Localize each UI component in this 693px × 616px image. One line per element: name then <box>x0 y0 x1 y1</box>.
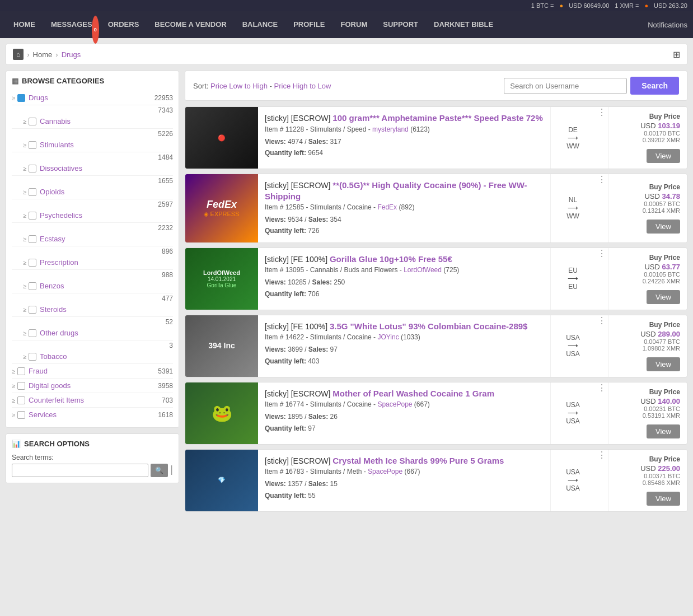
vendor-link-p5[interactable]: SpacePope <box>377 400 412 408</box>
product-title-p3[interactable]: [sticky] [FE 100%] Gorilla Glue 10g+10% … <box>265 254 544 265</box>
cat-checkbox-digital[interactable] <box>17 382 25 390</box>
product-price-p4: Buy Price USD 289.00 0.00477 BTC 1.09802… <box>608 315 687 377</box>
cat-label-otherdrugs: Other drugs <box>40 329 173 337</box>
cat-item-fraud[interactable]: ≥ Fraud 5391 <box>12 364 173 379</box>
cat-item-prescription[interactable]: ≥ Prescription <box>12 255 173 270</box>
ship-arrow-p1: ⟶ <box>568 134 578 142</box>
cat-checkbox-ecstasy[interactable] <box>29 235 36 243</box>
arrow-icon: ≥ <box>12 368 15 375</box>
cat-item-counterfeit[interactable]: ≥ Counterfeit Items 703 <box>12 393 173 408</box>
sort-search-bar: Sort: Price Low to High - Price High to … <box>185 71 687 101</box>
product-details-p1: [sticky] [ESCROW] 100 gram*** Amphetamin… <box>258 107 550 169</box>
cat-item-services[interactable]: ≥ Services 1618 <box>12 408 173 422</box>
nav-darknet-bible[interactable]: DARKNET BIBLE <box>426 11 501 38</box>
vendor-link-p1[interactable]: mysteryland <box>372 125 409 133</box>
product-shipping-p6: USA ⟶ USA <box>550 450 595 511</box>
cat-checkbox-cannabis[interactable] <box>29 118 36 125</box>
product-title-p1[interactable]: [sticky] [ESCROW] 100 gram*** Amphetamin… <box>265 113 544 124</box>
nav-messages[interactable]: MESSAGES 0 <box>43 11 100 38</box>
sort-high-to-low[interactable]: Price High to Low <box>274 82 331 90</box>
more-options-p2[interactable]: ⋮ <box>595 174 608 242</box>
cat-checkbox-services[interactable] <box>17 411 25 419</box>
cat-checkbox-counterfeit[interactable] <box>17 396 25 404</box>
vendor-link-p4[interactable]: JOYinc <box>377 333 399 341</box>
cat-checkbox-psychedelics[interactable] <box>29 212 36 220</box>
cat-item-ecstasy[interactable]: ≥ Ecstasy <box>12 232 173 246</box>
cat-checkbox-stimulants[interactable] <box>29 141 36 149</box>
cat-item-dissociatives[interactable]: ≥ Dissociatives <box>12 161 173 176</box>
fedex-sub-p2: ◈ EXPRESS <box>204 211 239 218</box>
cat-item-cannabis[interactable]: ≥ Cannabis <box>12 114 173 129</box>
cat-checkbox-benzos[interactable] <box>29 282 36 290</box>
cat-count-above-stimulants: 5226 <box>12 129 173 138</box>
view-button-p2[interactable]: View <box>647 220 680 234</box>
cat-checkbox-tobacco[interactable] <box>29 353 36 361</box>
notifications-link[interactable]: Notifications <box>648 21 687 29</box>
breadcrumb-home[interactable]: Home <box>33 50 53 59</box>
cat-item-tobacco[interactable]: ≥ Tobacco <box>12 349 173 364</box>
product-title-p5[interactable]: [sticky] [ESCROW] Mother of Pearl Washed… <box>265 388 544 399</box>
cat-item-opioids[interactable]: ≥ Opioids <box>12 185 173 199</box>
view-button-p6[interactable]: View <box>647 492 680 506</box>
view-button-p3[interactable]: View <box>647 290 680 304</box>
more-options-p4[interactable]: ⋮ <box>595 315 608 377</box>
nav-forum[interactable]: FORUM <box>333 11 376 38</box>
product-title-p2[interactable]: [sticky] [ESCROW] **(0.5G)** High Qualit… <box>265 180 544 202</box>
cat-checkbox-prescription[interactable] <box>29 259 36 267</box>
vendor-link-p2[interactable]: FedEx <box>377 203 397 211</box>
search-terms-clear[interactable]: | <box>170 464 173 477</box>
ship-from-p2: NL <box>569 196 577 204</box>
product-meta-p3: Item # 13095 - Cannabis / Buds and Flowe… <box>265 266 544 274</box>
org-chart-icon[interactable]: ⊞ <box>673 49 680 60</box>
nav-balance[interactable]: BALANCE <box>235 11 286 38</box>
ship-arrow-p5: ⟶ <box>568 409 578 417</box>
cat-checkbox-opioids[interactable] <box>29 188 36 196</box>
cat-item-benzos[interactable]: ≥ Benzos <box>12 279 173 293</box>
view-button-p5[interactable]: View <box>647 424 680 438</box>
cat-checkbox-otherdrugs[interactable] <box>29 329 36 337</box>
cat-count-above-tobacco: 3 <box>12 340 173 349</box>
cat-item-psychedelics[interactable]: ≥ Psychedelics <box>12 208 173 223</box>
product-title-p4[interactable]: [sticky] [FE 100%] 3.5G "White Lotus" 93… <box>265 321 544 332</box>
price-label-p2: Buy Price <box>649 183 680 191</box>
product-title-p6[interactable]: [sticky] [ESCROW] Crystal Meth Ice Shard… <box>265 455 544 466</box>
price-btc-p4: 0.00477 BTC <box>644 338 680 345</box>
cat-checkbox-dissociatives[interactable] <box>29 165 36 172</box>
cat-count-counterfeit: 703 <box>162 396 173 404</box>
vendor-link-p6[interactable]: SpacePope <box>368 468 402 475</box>
search-username-button[interactable]: Search <box>630 77 679 95</box>
arrow-icon: ≥ <box>23 212 26 219</box>
sort-sep: - <box>270 82 274 90</box>
more-options-p6[interactable]: ⋮ <box>595 450 608 511</box>
search-username-input[interactable] <box>504 78 627 94</box>
sort-low-to-high[interactable]: Price Low to High <box>210 82 268 90</box>
nav-profile[interactable]: PROFILE <box>285 11 333 38</box>
cat-item-drugs[interactable]: ≥ Drugs 22953 <box>12 91 173 105</box>
vendor-link-p3[interactable]: LordOfWeed <box>404 266 442 274</box>
nav-orders[interactable]: ORDERS <box>100 11 147 38</box>
cat-label-drugs: Drugs <box>29 94 154 102</box>
cat-item-digital[interactable]: ≥ Digital goods 3958 <box>12 379 173 393</box>
more-options-p3[interactable]: ⋮ <box>595 248 608 310</box>
cat-checkbox-drugs[interactable] <box>17 94 25 102</box>
search-terms-input[interactable] <box>12 464 148 477</box>
search-terms-button[interactable]: 🔍 <box>151 464 168 477</box>
nav-home[interactable]: HOME <box>6 11 43 38</box>
more-options-p1[interactable]: ⋮ <box>595 107 608 169</box>
product-badge-p5: [sticky] [ESCROW] <box>265 389 333 398</box>
nav-become-vendor[interactable]: BECOME A VENDOR <box>147 11 234 38</box>
cat-checkbox-fraud[interactable] <box>17 367 25 375</box>
btc-label: 1 BTC = <box>531 2 554 9</box>
home-icon[interactable]: ⌂ <box>13 49 24 60</box>
arrow-icon: ≥ <box>23 283 26 290</box>
cat-item-otherdrugs[interactable]: ≥ Other drugs <box>12 326 173 340</box>
cat-checkbox-steroids[interactable] <box>29 306 36 314</box>
product-price-p3: Buy Price USD 63.77 0.00105 BTC 0.24226 … <box>608 248 687 310</box>
view-button-p4[interactable]: View <box>647 357 680 371</box>
cat-item-steroids[interactable]: ≥ Steroids <box>12 302 173 317</box>
cat-label-fraud: Fraud <box>29 367 158 375</box>
more-options-p5[interactable]: ⋮ <box>595 382 608 444</box>
view-button-p1[interactable]: View <box>647 149 680 163</box>
nav-support[interactable]: SUPPORT <box>375 11 426 38</box>
cat-item-stimulants[interactable]: ≥ Stimulants <box>12 138 173 152</box>
